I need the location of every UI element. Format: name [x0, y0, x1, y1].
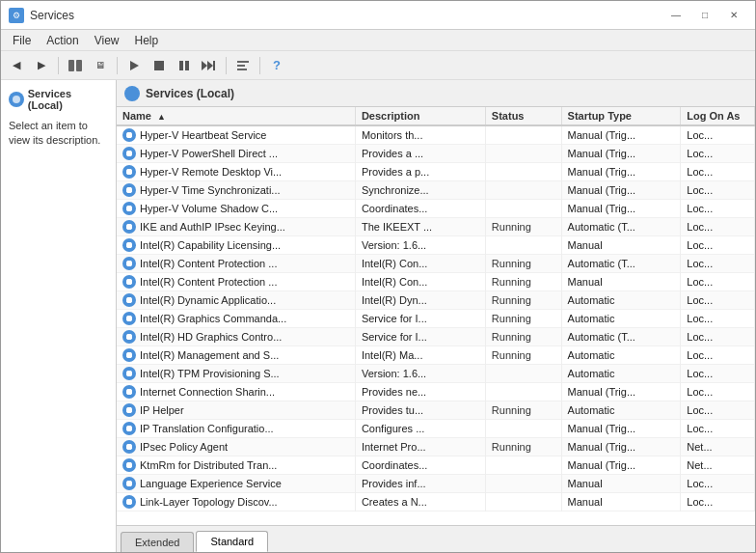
service-startup-cell: Manual	[561, 236, 681, 255]
forward-button[interactable]: ▶	[30, 54, 53, 77]
menu-file[interactable]: File	[5, 32, 39, 49]
service-status-cell: Running	[485, 310, 561, 328]
table-row[interactable]: Link-Layer Topology Discov...Creates a N…	[117, 493, 755, 512]
service-icon	[122, 257, 136, 270]
table-row[interactable]: KtmRm for Distributed Tran...Coordinates…	[117, 456, 755, 475]
service-icon	[122, 238, 136, 252]
table-row[interactable]: IKE and AuthIP IPsec Keying...The IKEEXT…	[117, 218, 755, 236]
services-local-icon	[9, 92, 24, 107]
service-description-cell: Version: 1.6...	[355, 365, 485, 383]
table-row[interactable]: Hyper-V Volume Shadow C...Coordinates...…	[117, 200, 755, 218]
service-description-cell: Synchronize...	[355, 181, 485, 200]
service-name-cell: Hyper-V Remote Desktop Vi...	[117, 163, 355, 181]
service-name-cell: Link-Layer Topology Discov...	[117, 493, 355, 512]
pause-service-button[interactable]	[173, 54, 196, 77]
table-row[interactable]: Hyper-V Time Synchronizati...Synchronize…	[117, 181, 755, 200]
table-row[interactable]: Intel(R) Content Protection ...Intel(R) …	[117, 255, 755, 273]
separator-2	[117, 57, 118, 74]
service-logon-cell: Net...	[681, 456, 755, 475]
table-row[interactable]: Intel(R) Management and S...Intel(R) Ma.…	[117, 346, 755, 365]
service-description-cell: Intel(R) Ma...	[355, 346, 485, 365]
service-logon-cell: Loc...	[681, 365, 755, 383]
close-button[interactable]: ✕	[720, 6, 747, 25]
tab-standard[interactable]: Standard	[196, 531, 268, 552]
menu-bar: File Action View Help	[1, 30, 755, 51]
service-name-cell: Internet Connection Sharin...	[117, 383, 355, 401]
service-description-cell: Provides ne...	[355, 383, 485, 401]
service-status-cell	[485, 493, 561, 512]
service-logon-cell: Loc...	[681, 163, 755, 181]
table-row[interactable]: Intel(R) HD Graphics Contro...Service fo…	[117, 328, 755, 346]
service-status-cell: Running	[485, 401, 561, 420]
service-name-cell: Intel(R) HD Graphics Contro...	[117, 328, 355, 346]
service-name-cell: KtmRm for Distributed Tran...	[117, 456, 355, 475]
service-name-cell: Intel(R) TPM Provisioning S...	[117, 365, 355, 383]
table-row[interactable]: Language Experience ServiceProvides inf.…	[117, 475, 755, 493]
computer-button[interactable]: 🖥	[89, 54, 112, 77]
service-name-cell: Hyper-V Time Synchronizati...	[117, 181, 355, 200]
service-startup-cell: Automatic	[561, 346, 681, 365]
table-row[interactable]: Hyper-V PowerShell Direct ...Provides a …	[117, 145, 755, 163]
service-status-cell	[485, 200, 561, 218]
table-row[interactable]: Hyper-V Remote Desktop Vi...Provides a p…	[117, 163, 755, 181]
service-logon-cell: Loc...	[681, 200, 755, 218]
services-table-container[interactable]: Name ▲ Description Status Startup Type	[117, 107, 755, 525]
table-row[interactable]: Intel(R) Capability Licensing...Version:…	[117, 236, 755, 255]
service-startup-cell: Automatic (T...	[561, 328, 681, 346]
table-row[interactable]: Intel(R) Content Protection ...Intel(R) …	[117, 273, 755, 291]
service-name-cell: IPsec Policy Agent	[117, 438, 355, 456]
service-logon-cell: Loc...	[681, 310, 755, 328]
service-logon-cell: Loc...	[681, 255, 755, 273]
service-description-cell: Service for I...	[355, 328, 485, 346]
service-logon-cell: Net...	[681, 438, 755, 456]
col-header-name[interactable]: Name ▲	[117, 107, 355, 125]
start-service-button[interactable]	[122, 54, 146, 77]
back-button[interactable]: ◀	[5, 54, 28, 77]
service-logon-cell: Loc...	[681, 236, 755, 255]
table-row[interactable]: IPsec Policy AgentInternet Pro...Running…	[117, 438, 755, 456]
col-header-logon[interactable]: Log On As	[681, 107, 755, 125]
menu-help[interactable]: Help	[127, 32, 167, 49]
service-startup-cell: Automatic (T...	[561, 255, 681, 273]
service-startup-cell: Manual (Trig...	[561, 456, 681, 475]
service-icon	[122, 128, 136, 142]
service-status-cell: Running	[485, 255, 561, 273]
service-startup-cell: Manual (Trig...	[561, 200, 681, 218]
properties-button[interactable]	[231, 54, 255, 77]
table-row[interactable]: Intel(R) Dynamic Applicatio...Intel(R) D…	[117, 291, 755, 310]
menu-view[interactable]: View	[87, 32, 127, 49]
menu-action[interactable]: Action	[39, 32, 86, 49]
service-name-cell: Intel(R) Graphics Commanda...	[117, 310, 355, 328]
service-status-cell	[485, 383, 561, 401]
service-status-cell: Running	[485, 291, 561, 310]
table-row[interactable]: Internet Connection Sharin...Provides ne…	[117, 383, 755, 401]
right-panel: Services (Local) Name ▲ Description	[117, 80, 755, 552]
stop-service-button[interactable]	[148, 54, 171, 77]
col-header-startup-type[interactable]: Startup Type	[561, 107, 681, 125]
maximize-button[interactable]: □	[691, 6, 718, 25]
service-startup-cell: Manual (Trig...	[561, 125, 681, 145]
show-hide-button[interactable]	[64, 54, 87, 77]
col-header-status[interactable]: Status	[485, 107, 561, 125]
help-button[interactable]: ?	[265, 54, 288, 77]
minimize-button[interactable]: —	[662, 6, 689, 25]
service-name-cell: Intel(R) Management and S...	[117, 346, 355, 365]
col-header-description[interactable]: Description	[355, 107, 485, 125]
service-logon-cell: Loc...	[681, 383, 755, 401]
resume-service-button[interactable]	[198, 54, 221, 77]
service-logon-cell: Loc...	[681, 493, 755, 512]
service-status-cell: Running	[485, 218, 561, 236]
table-row[interactable]: Intel(R) Graphics Commanda...Service for…	[117, 310, 755, 328]
service-icon	[122, 330, 136, 344]
service-status-cell	[485, 181, 561, 200]
svg-rect-8	[213, 61, 215, 70]
service-status-cell	[485, 125, 561, 145]
table-row[interactable]: IP Translation Configuratio...Configures…	[117, 420, 755, 438]
table-row[interactable]: Intel(R) TPM Provisioning S...Version: 1…	[117, 365, 755, 383]
service-logon-cell: Loc...	[681, 125, 755, 145]
service-logon-cell: Loc...	[681, 181, 755, 200]
table-row[interactable]: IP HelperProvides tu...RunningAutomaticL…	[117, 401, 755, 420]
svg-rect-4	[179, 61, 183, 70]
table-row[interactable]: Hyper-V Heartbeat ServiceMonitors th...M…	[117, 125, 755, 145]
tab-extended[interactable]: Extended	[121, 532, 194, 552]
